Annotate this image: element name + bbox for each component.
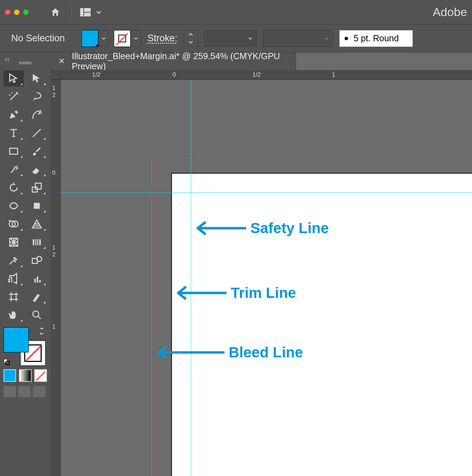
app-title: Adobe (433, 5, 467, 19)
selection-tool[interactable] (4, 70, 24, 86)
ruler-h-tick: 1 (332, 71, 335, 78)
ruler-h-tick: 1/2 (252, 71, 261, 78)
fill-color-dropdown[interactable] (98, 30, 109, 47)
draw-inside-button[interactable] (33, 386, 46, 397)
brush-definition-field[interactable]: 5 pt. Round (339, 30, 413, 47)
chevron-down-icon (93, 8, 104, 16)
maximize-window-button[interactable] (23, 9, 29, 15)
pen-tool[interactable] (4, 107, 24, 123)
svg-point-12 (9, 279, 10, 280)
chevron-up-icon (188, 33, 193, 36)
zoom-tool[interactable] (27, 307, 47, 323)
chevron-down-icon (188, 41, 193, 44)
free-transform-tool[interactable] (27, 198, 47, 214)
canvas[interactable]: Safety Line Trim Line Bleed Line (61, 80, 472, 476)
eyedropper-tool[interactable] (4, 252, 24, 268)
paintbrush-tool[interactable] (27, 143, 47, 159)
arrow-left-icon (154, 345, 224, 359)
trim-line-annotation: Trim Line (174, 285, 296, 301)
divider (71, 5, 72, 19)
fill-color-swatch[interactable] (82, 30, 98, 47)
line-segment-tool[interactable] (27, 125, 47, 141)
stroke-color-swatch[interactable] (114, 30, 131, 47)
bleed-line-annotation: Bleed Line (154, 344, 303, 361)
svg-point-13 (9, 281, 10, 282)
rotate-tool[interactable] (4, 180, 24, 196)
fill-stroke-picker[interactable] (4, 327, 46, 366)
arrow-left-icon (194, 221, 246, 235)
type-tool[interactable] (4, 125, 24, 141)
draw-normal-button[interactable] (4, 386, 16, 397)
chevron-down-icon (247, 35, 254, 42)
minimize-window-button[interactable] (14, 9, 20, 15)
annotation-label: Safety Line (250, 220, 329, 237)
gradient-mode-button[interactable] (19, 369, 32, 382)
annotation-label: Bleed Line (229, 344, 303, 361)
svg-rect-2 (84, 13, 91, 16)
ruler-v-tick: 12 (52, 85, 55, 99)
width-tool[interactable] (4, 198, 24, 214)
swap-fill-stroke-icon[interactable] (38, 327, 46, 335)
horizontal-ruler[interactable]: 1/2 0 1/2 1 (61, 70, 472, 80)
slice-tool[interactable] (27, 289, 47, 305)
tools-panel (0, 68, 51, 476)
vertical-ruler[interactable]: 12 0 12 1 (51, 80, 61, 476)
direct-selection-tool[interactable] (27, 70, 47, 86)
chevron-down-icon (133, 35, 139, 42)
svg-point-14 (33, 311, 39, 317)
magic-wand-tool[interactable] (4, 89, 24, 105)
stroke-weight-stepper[interactable] (184, 30, 198, 47)
home-icon (50, 7, 61, 18)
blend-tool[interactable] (27, 252, 47, 268)
svg-rect-5 (35, 183, 41, 189)
default-fill-stroke-icon[interactable] (4, 359, 11, 366)
safety-line-annotation: Safety Line (194, 220, 329, 237)
column-graph-tool[interactable] (27, 271, 47, 287)
close-tab-button[interactable]: ✕ (58, 57, 65, 66)
artboard-tool[interactable] (4, 289, 24, 305)
panel-grip[interactable] (19, 62, 31, 64)
scale-tool[interactable] (27, 180, 47, 196)
step-up-button[interactable] (184, 30, 197, 38)
shape-builder-tool[interactable] (4, 216, 24, 232)
title-bar: Adobe (0, 0, 472, 24)
color-mode-button[interactable] (4, 369, 16, 382)
workspace-switcher[interactable] (80, 8, 104, 16)
screen-mode-buttons (0, 383, 51, 400)
ruler-h-tick: 0 (173, 71, 176, 78)
fill-color-box[interactable] (4, 327, 29, 352)
shaper-tool[interactable] (4, 161, 24, 177)
draw-behind-button[interactable] (18, 386, 31, 397)
variable-width-profile-field[interactable] (263, 30, 333, 47)
brush-preview-icon (345, 37, 348, 40)
mesh-tool[interactable] (4, 234, 24, 250)
ruler-v-tick: 0 (52, 169, 55, 176)
gradient-tool[interactable] (27, 234, 47, 250)
curvature-tool[interactable] (27, 107, 47, 123)
hand-tool[interactable] (4, 307, 24, 323)
svg-rect-3 (10, 148, 18, 154)
safety-guide-horizontal (61, 192, 472, 193)
none-mode-button[interactable] (34, 369, 47, 382)
home-button[interactable] (48, 5, 63, 20)
workspace-icon (80, 8, 91, 16)
fill-swatch-group (82, 30, 141, 47)
eraser-tool[interactable] (27, 161, 47, 177)
perspective-grid-tool[interactable] (27, 216, 47, 232)
svg-rect-0 (80, 8, 83, 16)
close-window-button[interactable] (5, 9, 11, 15)
stroke-color-dropdown[interactable] (131, 30, 141, 47)
stroke-label[interactable]: Stroke: (147, 33, 178, 44)
lasso-tool[interactable] (27, 89, 47, 105)
artboard (171, 173, 472, 476)
ruler-origin[interactable] (51, 70, 61, 80)
stroke-weight-field[interactable] (204, 30, 257, 47)
ruler-v-tick: 12 (52, 244, 55, 258)
window-controls (5, 9, 29, 15)
panel-collapse-button[interactable]: ‹‹ (5, 55, 9, 63)
rectangle-tool[interactable] (4, 143, 24, 159)
step-down-button[interactable] (184, 38, 197, 47)
document-tab[interactable]: ✕ Illustrator_Bleed+Margin.ai* @ 259.54%… (51, 52, 296, 70)
ruler-v-tick: 1 (52, 323, 55, 330)
symbol-sprayer-tool[interactable] (4, 271, 24, 287)
